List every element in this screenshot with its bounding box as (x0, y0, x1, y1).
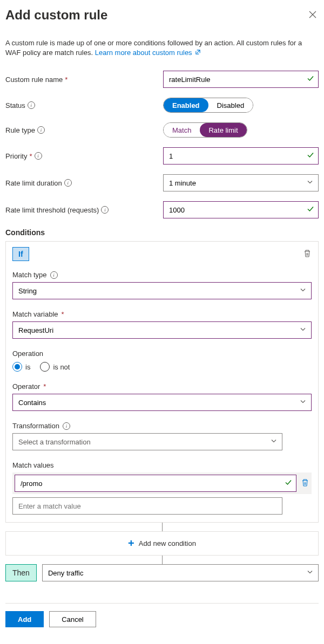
rule-type-rate-button[interactable]: Rate limit (200, 123, 246, 137)
rate-threshold-input[interactable] (163, 201, 319, 218)
delete-condition-icon[interactable] (303, 249, 312, 259)
transformation-select[interactable]: Select a transformation (12, 433, 282, 450)
rule-type-label: Rule type i (5, 126, 163, 134)
connector-line (5, 523, 319, 531)
custom-rule-name-input[interactable] (163, 71, 319, 88)
if-tag: If (12, 247, 29, 261)
add-condition-button[interactable]: + Add new condition (5, 531, 319, 556)
learn-more-link[interactable]: Learn more about custom rules (95, 49, 201, 57)
operation-label: Operation (12, 350, 312, 358)
operation-is-radio[interactable]: is (12, 362, 30, 372)
priority-label: Priority * i (5, 152, 163, 160)
info-icon[interactable]: i (63, 422, 70, 430)
info-icon[interactable]: i (37, 126, 45, 134)
priority-input[interactable] (163, 147, 319, 165)
rate-duration-select[interactable]: 1 minute (163, 174, 319, 191)
rule-type-toggle: Match Rate limit (163, 122, 247, 138)
external-link-icon (195, 48, 201, 58)
info-icon[interactable]: i (101, 206, 109, 214)
then-action-select[interactable]: Deny traffic (42, 564, 319, 581)
then-tag: Then (5, 564, 37, 581)
match-variable-select[interactable]: RequestUri (12, 321, 312, 339)
connector-line (5, 556, 319, 564)
transformation-label: Transformation i (12, 422, 312, 430)
delete-value-icon[interactable] (301, 478, 309, 489)
rule-type-match-button[interactable]: Match (164, 123, 200, 137)
match-variable-label: Match variable * (12, 310, 312, 318)
rate-threshold-label: Rate limit threshold (requests) i (5, 206, 163, 214)
add-button[interactable]: Add (5, 611, 44, 627)
status-toggle: Enabled Disabled (163, 98, 253, 113)
match-type-select[interactable]: String (12, 282, 312, 299)
match-type-label: Match type i (12, 271, 312, 279)
rate-duration-label: Rate limit duration i (5, 179, 163, 187)
status-disabled-button[interactable]: Disabled (208, 98, 253, 112)
plus-icon: + (128, 537, 134, 550)
close-icon[interactable] (307, 8, 319, 23)
info-icon[interactable]: i (50, 271, 58, 279)
custom-rule-name-label: Custom rule name * (5, 76, 163, 84)
status-enabled-button[interactable]: Enabled (164, 98, 208, 112)
match-values-label: Match values (12, 461, 312, 469)
condition-block: If Match type i String Match variable * … (5, 241, 319, 523)
info-icon[interactable]: i (28, 101, 35, 109)
conditions-heading: Conditions (5, 228, 319, 237)
description-text: A custom rule is made up of one or more … (5, 38, 319, 58)
status-label: Status i (5, 101, 163, 109)
info-icon[interactable]: i (64, 179, 72, 187)
operator-label: Operator * (12, 382, 312, 390)
cancel-button[interactable]: Cancel (49, 611, 96, 627)
panel-title: Add custom rule (5, 8, 107, 23)
operation-isnot-radio[interactable]: is not (40, 362, 70, 372)
operator-select[interactable]: Contains (12, 394, 312, 411)
match-value-new-input[interactable] (12, 497, 282, 515)
info-icon[interactable]: i (35, 152, 42, 160)
match-value-input[interactable] (15, 475, 296, 492)
